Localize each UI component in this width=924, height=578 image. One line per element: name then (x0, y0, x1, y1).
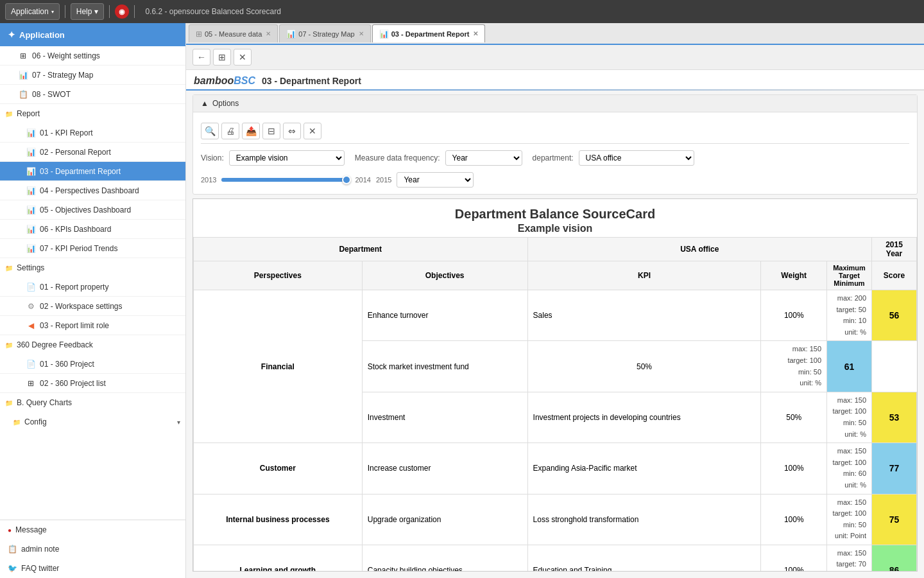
report-header: bambooBSC 03 - Department Report (186, 70, 924, 89)
sidebar-item-08-swot[interactable]: 📋 08 - SWOT (0, 85, 185, 104)
sidebar-item-07-strategy-map[interactable]: 📊 07 - Strategy Map (0, 66, 185, 85)
tab-measure-data-close[interactable]: ✕ (266, 30, 271, 37)
department-select[interactable]: USA office (579, 150, 694, 166)
tab-measure-data[interactable]: ⊞ 05 - Measure data ✕ (189, 24, 278, 42)
sidebar-item-01-kpi-report[interactable]: 📊 01 - KPI Report (0, 123, 185, 143)
td-kpi: Education and Training (527, 545, 761, 572)
sidebar-item-admin-note[interactable]: 📋 admin note (0, 539, 185, 559)
back-button[interactable]: ← (193, 49, 210, 66)
sidebar-item-02-personal-report[interactable]: 📊 02 - Personal Report (0, 143, 185, 162)
main-layout: ✦ Application ⊞ 06 - Weight settings 📊 0… (0, 23, 924, 578)
close-button[interactable]: ✕ (234, 49, 252, 66)
td-objective: Upgrade organization (362, 494, 527, 545)
year-select[interactable]: Year (397, 172, 474, 188)
options-label: Options (212, 99, 239, 108)
arrows-button[interactable]: ⇔ (283, 123, 301, 139)
360-project-icon: 📄 (26, 360, 36, 369)
application-button[interactable]: Application ▾ (5, 3, 60, 20)
td-weight: 100% (761, 443, 827, 494)
sidebar-item-label: 04 - Perspectives Dashboard (40, 186, 178, 195)
sidebar-group-query-charts[interactable]: 📁 B. Query Charts (0, 393, 185, 412)
faq-twitter-label: FAQ twitter (21, 564, 59, 573)
help-button[interactable]: Help ▾ (71, 3, 105, 20)
topbar-separator-2 (109, 5, 110, 18)
td-weight: 50% (527, 341, 761, 392)
td-perspective: Learning and growth (194, 545, 363, 572)
sidebar-item-02-360-project-list[interactable]: ⊞ 02 - 360 Project list (0, 374, 185, 393)
td-perspective: Internal business processes (194, 494, 363, 545)
report-main-title: Department Balance SourceCard (193, 207, 917, 222)
sidebar-item-05-objectives-dashboard[interactable]: 📊 05 - Objectives Dashboard (0, 200, 185, 220)
sidebar-bottom: ● Message 📋 admin note 🐦 FAQ twitter (0, 520, 185, 578)
tab-strategy-map-icon: 📊 (286, 30, 296, 39)
topbar-logo: ◉ (115, 4, 129, 19)
options-panel: ▲ Options 🔍 🖨 📤 ⊟ ⇔ ✕ Vision: Example (193, 94, 918, 195)
td-kpi: Expanding Asia-Pacific market (527, 443, 761, 494)
grid-button[interactable]: ⊞ (213, 49, 231, 66)
slider-thumb[interactable] (342, 175, 351, 184)
kpi-trends-icon: 📊 (26, 244, 36, 253)
sidebar-scroll[interactable]: ⊞ 06 - Weight settings 📊 07 - Strategy M… (0, 46, 185, 520)
vision-select[interactable]: Example vision (229, 150, 345, 166)
tab-department-report-close[interactable]: ✕ (473, 30, 478, 37)
report-vision-subtitle: Example vision (193, 223, 917, 234)
search-button[interactable]: 🔍 (201, 123, 219, 139)
tab-department-report[interactable]: 📊 03 - Department Report ✕ (372, 24, 486, 42)
kpis-dashboard-icon: 📊 (26, 225, 36, 234)
sidebar-item-02-workspace-settings[interactable]: ⚙ 02 - Workspace settings (0, 297, 185, 316)
topbar: Application ▾ Help ▾ ◉ 0.6.2 - opensourc… (0, 0, 924, 23)
sidebar-group-settings[interactable]: 📁 Settings (0, 258, 185, 277)
limit-role-icon: ◀ (26, 321, 36, 330)
360-project-list-icon: ⊞ (26, 379, 36, 388)
sidebar-item-faq-twitter[interactable]: 🐦 FAQ twitter (0, 559, 185, 578)
export-button[interactable]: 📤 (242, 123, 260, 139)
sidebar-item-label: 06 - KPIs Dashboard (40, 225, 178, 234)
group-label: Report (17, 109, 40, 118)
sidebar-group-360[interactable]: 📁 360 Degree Feedback (0, 335, 185, 355)
sidebar-header-icon: ✦ (8, 30, 15, 40)
sidebar-item-03-department-report[interactable]: 📊 03 - Department Report (0, 162, 185, 181)
message-label: Message (15, 525, 47, 534)
sidebar-item-03-report-limit-role[interactable]: ◀ 03 - Report limit role (0, 316, 185, 335)
options-header[interactable]: ▲ Options (193, 95, 917, 112)
options-chevron: ▲ (201, 99, 209, 108)
td-objective: Investment (362, 392, 527, 442)
print-button[interactable]: 🖨 (221, 123, 239, 139)
year-2014: 2014 (355, 176, 370, 184)
workspace-settings-icon: ⚙ (26, 302, 36, 311)
td-kpi: Loss stronghold transformation (527, 494, 761, 545)
sidebar-item-06-kpis-dashboard[interactable]: 📊 06 - KPIs Dashboard (0, 220, 185, 239)
td-mtm: max: 150target: 100min: 60unit: % (827, 443, 872, 494)
help-label: Help (76, 7, 92, 16)
vision-field: Vision: Example vision (201, 150, 345, 166)
clear-button[interactable]: ✕ (304, 123, 321, 139)
table-button[interactable]: ⊟ (262, 123, 280, 139)
sidebar-item-04-perspectives-dashboard[interactable]: 📊 04 - Perspectives Dashboard (0, 181, 185, 200)
sidebar-item-01-report-property[interactable]: 📄 01 - Report property (0, 277, 185, 297)
td-objective: Capacity building objectives (362, 545, 527, 572)
sidebar-group-report[interactable]: 📁 Report (0, 104, 185, 123)
report-container[interactable]: Department Balance SourceCard Example vi… (193, 198, 918, 572)
sidebar-item-label: 01 - 360 Project (40, 360, 178, 369)
settings-group-toggle: 📁 (5, 265, 13, 272)
config-arrow: ▾ (177, 419, 180, 426)
sidebar-item-label: 05 - Objectives Dashboard (40, 206, 178, 215)
td-kpi: Stock market investment fund (362, 341, 527, 392)
tab-strategy-map[interactable]: 📊 07 - Strategy Map ✕ (279, 24, 370, 42)
tab-strategy-map-close[interactable]: ✕ (359, 30, 364, 37)
sidebar-group-config[interactable]: 📁 Config ▾ (0, 412, 185, 432)
sidebar-item-06-weight-settings[interactable]: ⊞ 06 - Weight settings (0, 46, 185, 66)
frequency-select[interactable]: Year (445, 150, 522, 166)
sidebar-item-07-kpi-period-trends[interactable]: 📊 07 - KPI Period Trends (0, 239, 185, 258)
sidebar-item-01-360-project[interactable]: 📄 01 - 360 Project (0, 355, 185, 374)
td-weight: 100% (761, 494, 827, 545)
strategy-map-icon: 📊 (18, 71, 28, 80)
admin-note-label: admin note (21, 545, 59, 554)
application-label: Application (11, 7, 49, 16)
sidebar-item-message[interactable]: ● Message (0, 520, 185, 539)
year-slider[interactable] (221, 178, 350, 182)
td-score: 75 (872, 494, 917, 545)
bamboo-logo: bambooBSC (194, 75, 255, 87)
th-department: Department (194, 238, 528, 261)
dept-report-icon: 📊 (26, 167, 36, 176)
